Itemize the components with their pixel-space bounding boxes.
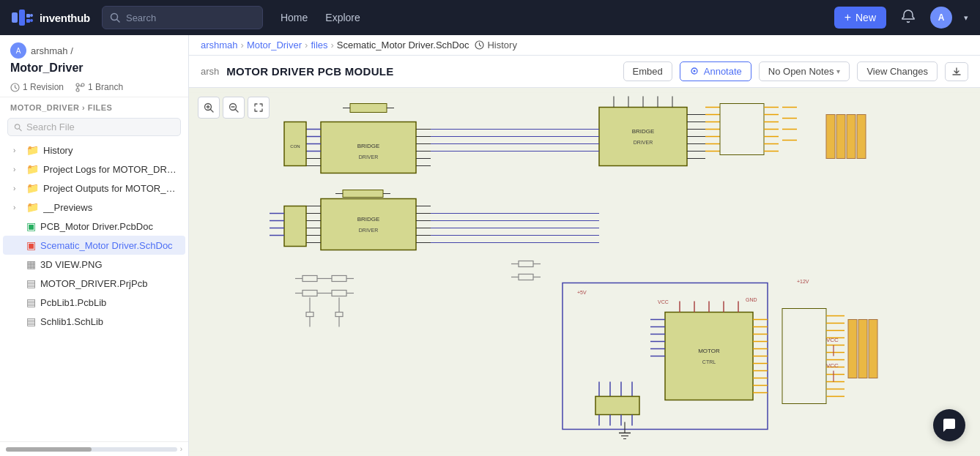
svg-point-4 (30, 14, 33, 17)
file-list: › 📁 History › 📁 Project Logs for MOTOR_D… (0, 141, 188, 441)
folder-icon: 📁 (26, 201, 39, 213)
svg-rect-203 (848, 320, 857, 378)
toolbar: arsh MOTOR DRIVER PCB MODULE Embed Annot… (189, 56, 980, 88)
branch-label: 1 Branch (88, 82, 123, 92)
chevron-right-icon: › (13, 146, 22, 154)
sidebar-avatar: A (10, 42, 26, 59)
proj-file-icon: ▤ (26, 277, 36, 289)
file-item-name: MOTOR_DRIVER.PrjPcb (40, 278, 178, 289)
horizontal-scrollbar[interactable]: › (0, 441, 188, 456)
file-item-name: __Previews (43, 202, 178, 213)
svg-text:CON: CON (290, 144, 300, 149)
list-item[interactable]: › ▦ 3D VIEW.PNG (3, 255, 185, 274)
sidebar-user: A arshmah / (10, 42, 178, 59)
download-button[interactable] (945, 62, 968, 81)
list-item[interactable]: › ▤ Schlib1.SchLib (3, 312, 185, 331)
viewer-controls (198, 97, 270, 119)
file-item-name: Project Logs for MOTOR_DRIVER (43, 164, 178, 175)
file-item-name: PCB_Motor Driver.PcbDoc (40, 221, 178, 232)
list-item[interactable]: › ▣ PCB_Motor Driver.PcbDoc (3, 217, 185, 236)
file-item-name: Scematic_Motor Driver.SchDoc (40, 240, 178, 251)
nav-home[interactable]: Home (281, 12, 308, 23)
folder-icon: 📁 (26, 163, 39, 175)
logo-text: inventhub (40, 12, 90, 24)
scroll-right-arrow[interactable]: › (180, 445, 182, 453)
svg-text:BRIDGE: BRIDGE (357, 143, 380, 149)
svg-rect-1 (19, 10, 25, 26)
svg-line-13 (19, 128, 21, 130)
svg-text:VCC: VCC (658, 299, 669, 304)
new-button[interactable]: + New (834, 7, 886, 29)
svg-text:DRIVER: DRIVER (359, 228, 378, 233)
breadcrumb-user[interactable]: arshmah (201, 40, 238, 51)
new-button-icon: + (844, 11, 851, 24)
main-layout: A arshmah / Motor_Driver 1 Revision (0, 35, 980, 456)
fit-view-button[interactable] (248, 97, 270, 119)
svg-rect-0 (12, 12, 18, 23)
zoom-out-button[interactable] (223, 97, 245, 119)
chevron-right-icon: › (13, 165, 22, 173)
svg-text:BRIDGE: BRIDGE (357, 216, 380, 223)
list-item[interactable]: › ▤ MOTOR_DRIVER.PrjPcb (3, 274, 185, 293)
breadcrumb-history-label: History (487, 40, 516, 51)
svg-text:DRIVER: DRIVER (634, 140, 653, 145)
svg-text:MOTOR: MOTOR (698, 348, 720, 354)
breadcrumb-history[interactable]: History (475, 40, 516, 51)
search-bar[interactable]: Search (102, 6, 263, 29)
annotate-button[interactable]: Annotate (680, 61, 751, 81)
svg-rect-125 (665, 313, 753, 400)
list-item[interactable]: › 📁 Project Logs for MOTOR_DRIVER (3, 160, 185, 179)
branch-icon (75, 83, 85, 92)
chat-button[interactable] (933, 409, 965, 441)
svg-point-16 (693, 70, 695, 72)
svg-rect-40 (350, 104, 387, 113)
annotate-label: Annotate (704, 66, 742, 77)
svg-point-5 (30, 19, 33, 22)
list-item-active[interactable]: › ▣ Scematic_Motor Driver.SchDoc (3, 236, 185, 255)
user-dropdown-arrow[interactable]: ▾ (964, 13, 968, 23)
branch-meta[interactable]: 1 Branch (75, 82, 123, 92)
sidebar-project-name: Motor_Driver (10, 60, 178, 76)
svg-rect-199 (826, 115, 835, 159)
annotate-icon (689, 67, 699, 77)
list-item[interactable]: › ▤ PcbLib1.PcbLib (3, 293, 185, 312)
file-search-icon (14, 123, 22, 132)
notification-bell-icon[interactable] (901, 9, 916, 27)
view-changes-button[interactable]: View Changes (857, 61, 938, 81)
svg-text:+5V: +5V (577, 290, 587, 295)
nav-explore[interactable]: Explore (325, 12, 360, 23)
schematic-canvas[interactable]: BRIDGE DRIVER CON (189, 88, 980, 456)
svg-rect-49 (599, 108, 687, 166)
svg-rect-3 (26, 19, 30, 23)
embed-button[interactable]: Embed (623, 61, 672, 81)
file-item-name: History (43, 145, 178, 156)
svg-text:VCC: VCC (826, 337, 839, 343)
chat-icon (942, 418, 957, 433)
search-icon (110, 12, 120, 23)
avatar[interactable]: A (930, 7, 952, 29)
file-search-input[interactable] (26, 122, 174, 132)
breadcrumb-project[interactable]: Motor_Driver (247, 40, 302, 51)
list-item[interactable]: › 📁 Project Outputs for MOTOR_DRI (3, 179, 185, 198)
list-item[interactable]: › 📁 __Previews (3, 198, 185, 217)
schematic-svg: BRIDGE DRIVER CON (189, 88, 980, 456)
svg-rect-200 (836, 115, 845, 159)
logo[interactable]: inventhub (12, 9, 90, 26)
viewer-area: BRIDGE DRIVER CON (189, 88, 980, 456)
breadcrumb-folder[interactable]: files (311, 40, 327, 51)
fit-view-icon (253, 102, 264, 113)
toolbar-prefix: arsh (201, 66, 219, 77)
notes-button[interactable]: No Open Notes ▾ (759, 61, 850, 81)
revision-meta[interactable]: 1 Revision (10, 82, 64, 92)
sidebar-section-label: MOTOR_DRIVER › FILES (0, 97, 188, 115)
file-search-box[interactable] (7, 118, 181, 136)
chevron-right-icon: › (13, 203, 22, 212)
svg-rect-205 (869, 320, 877, 378)
content-area: arshmah › Motor_Driver › files › Scemati… (189, 35, 980, 456)
sidebar: A arshmah / Motor_Driver 1 Revision (0, 35, 189, 456)
list-item[interactable]: › 📁 History (3, 141, 185, 160)
top-nav: inventhub Search Home Explore + New A ▾ (0, 0, 980, 35)
breadcrumb: arshmah › Motor_Driver › files › Scemati… (189, 35, 980, 56)
zoom-in-button[interactable] (198, 97, 220, 119)
scrollbar-thumb (6, 447, 92, 452)
